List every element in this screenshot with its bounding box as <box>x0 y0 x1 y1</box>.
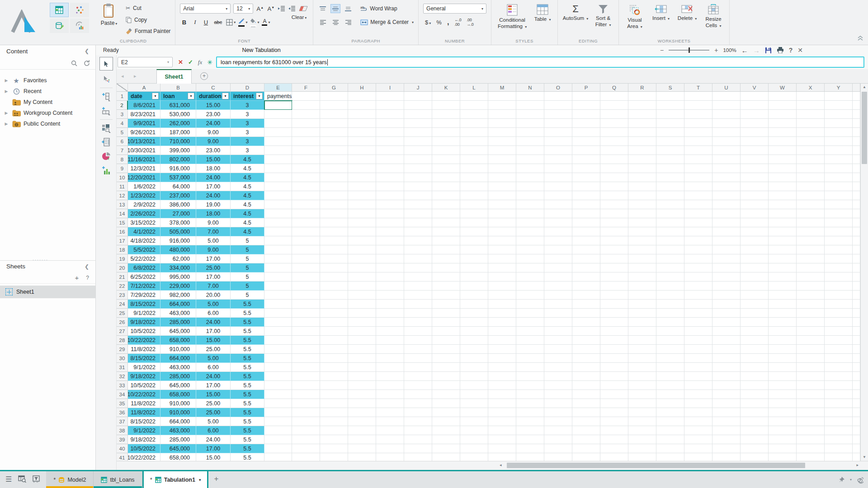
grid-cell[interactable] <box>769 128 797 137</box>
grid-cell[interactable]: 910,000 <box>160 399 196 408</box>
shrink-font-button[interactable]: A▼ <box>267 5 275 12</box>
grid-cell[interactable]: 5.00 <box>196 300 231 309</box>
grid-cell[interactable] <box>797 453 825 461</box>
grid-cell[interactable]: 4/18/2022 <box>128 236 160 245</box>
grid-cell[interactable] <box>432 137 460 146</box>
grid-cell[interactable] <box>348 119 376 128</box>
grid-cell[interactable] <box>600 191 628 200</box>
insert-form-button[interactable] <box>99 137 113 148</box>
grid-cell[interactable] <box>292 417 320 426</box>
grid-cell[interactable] <box>460 209 488 218</box>
grid-cell[interactable] <box>404 390 432 399</box>
grid-cell[interactable] <box>292 444 320 453</box>
grid-cell[interactable] <box>572 345 600 354</box>
grid-cell[interactable] <box>712 435 741 444</box>
collapse-sheets-chevron[interactable]: ❮ <box>85 263 89 270</box>
grid-cell[interactable] <box>404 191 432 200</box>
grid-row-number[interactable]: 32 <box>117 372 128 381</box>
grid-cell[interactable] <box>769 254 797 263</box>
spiral-icon[interactable] <box>856 476 863 483</box>
grid-cell[interactable] <box>628 363 656 372</box>
grid-cell[interactable]: 658,000 <box>160 390 196 399</box>
grid-cell[interactable] <box>460 318 488 327</box>
grid-cell[interactable] <box>320 435 348 444</box>
grid-cell[interactable] <box>656 254 684 263</box>
grid-cell[interactable] <box>684 372 712 381</box>
grid-cell[interactable] <box>348 146 376 155</box>
grid-cell[interactable]: 15.00 <box>196 453 231 461</box>
grid-cell[interactable] <box>488 318 516 327</box>
grid-cell[interactable] <box>516 417 544 426</box>
grid-cell[interactable] <box>460 146 488 155</box>
font-family-select[interactable]: Arial▾ <box>180 4 231 14</box>
grid-cell[interactable] <box>432 119 460 128</box>
grid-cell[interactable] <box>825 137 853 146</box>
grid-cell[interactable] <box>432 101 460 110</box>
grid-cell[interactable] <box>544 426 572 435</box>
grid-cell[interactable] <box>544 173 572 182</box>
grid-cell[interactable] <box>348 272 376 282</box>
grid-row-number[interactable]: 35 <box>117 399 128 408</box>
grid-cell[interactable] <box>741 128 769 137</box>
grid-cell[interactable]: 262,000 <box>160 119 196 128</box>
grid-cell[interactable] <box>712 390 741 399</box>
grid-cell[interactable] <box>712 236 741 245</box>
grid-row-number[interactable]: 22 <box>117 282 128 291</box>
grid-column-letter[interactable]: V <box>741 84 769 92</box>
conditional-formatting-button[interactable]: Conditional Formatting ▾ <box>496 3 528 38</box>
grid-row-number[interactable]: 33 <box>117 381 128 390</box>
grid-cell[interactable] <box>741 291 769 300</box>
grid-cell[interactable] <box>516 182 544 191</box>
grid-cell[interactable] <box>348 354 376 363</box>
grid-cell[interactable] <box>684 318 712 327</box>
grid-cell[interactable] <box>769 453 797 461</box>
grid-cell[interactable]: 9.00 <box>196 218 231 227</box>
grid-cell[interactable] <box>684 128 712 137</box>
grid-cell[interactable]: 23.00 <box>196 110 231 119</box>
grid-cell[interactable] <box>320 272 348 282</box>
grid-cell[interactable] <box>292 272 320 282</box>
grid-cell[interactable] <box>712 110 741 119</box>
grid-cell[interactable] <box>404 254 432 263</box>
grid-cell[interactable] <box>488 272 516 282</box>
grid-cell[interactable] <box>516 453 544 461</box>
fill-color-button[interactable]: ▾ <box>250 18 259 27</box>
grid-cell[interactable] <box>825 254 853 263</box>
grid-cell[interactable] <box>264 254 292 263</box>
grid-cell[interactable] <box>488 191 516 200</box>
grid-cell[interactable] <box>432 408 460 417</box>
grid-cell[interactable] <box>825 236 853 245</box>
grid-cell[interactable] <box>797 191 825 200</box>
scroll-up-arrow[interactable]: ▲ <box>861 84 868 91</box>
grid-cell[interactable] <box>376 363 404 372</box>
grid-cell[interactable] <box>264 336 292 345</box>
grid-cell[interactable] <box>432 263 460 272</box>
grid-cell[interactable] <box>348 309 376 318</box>
grid-cell[interactable]: 463,000 <box>160 426 196 435</box>
grid-cell[interactable] <box>797 236 825 245</box>
grid-cell[interactable] <box>348 209 376 218</box>
grid-cell[interactable] <box>376 164 404 173</box>
grid-cell[interactable]: 5.5 <box>231 327 264 336</box>
grid-cell[interactable] <box>460 218 488 227</box>
grid-cell[interactable] <box>684 227 712 236</box>
clear-label-wrap[interactable]: Clear▾ <box>292 14 307 20</box>
horizontal-scroll-thumb[interactable] <box>507 463 805 468</box>
grid-cell[interactable] <box>376 182 404 191</box>
grid-cell[interactable] <box>516 92 544 101</box>
grid-cell[interactable] <box>320 263 348 272</box>
grid-cell[interactable] <box>684 191 712 200</box>
grid-cell[interactable] <box>348 345 376 354</box>
grid-cell[interactable]: 658,000 <box>160 453 196 461</box>
grid-cell[interactable]: 5 <box>231 245 264 254</box>
grid-cell[interactable] <box>516 282 544 291</box>
grid-cell[interactable]: 5 <box>231 254 264 263</box>
grid-cell[interactable] <box>348 318 376 327</box>
grid-cell[interactable] <box>769 327 797 336</box>
strikethrough-button[interactable]: abc <box>212 19 223 25</box>
grid-cell[interactable] <box>628 318 656 327</box>
grid-cell[interactable]: 5.5 <box>231 381 264 390</box>
grid-cell[interactable] <box>628 345 656 354</box>
grid-cell[interactable] <box>741 345 769 354</box>
italic-button[interactable]: I <box>191 19 199 26</box>
